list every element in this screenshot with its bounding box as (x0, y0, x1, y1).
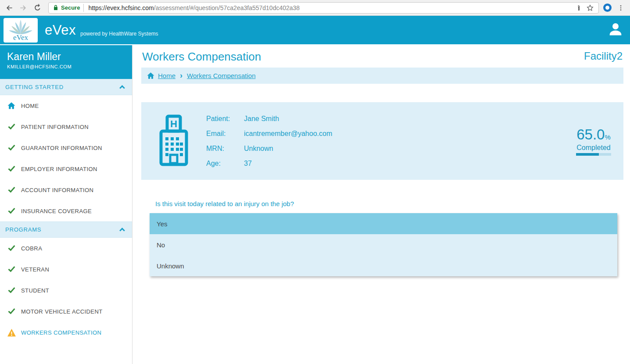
sidebar-item-insurance-coverage[interactable]: INSURANCE COVERAGE (0, 200, 132, 221)
patient-name-value: Jane Smith (244, 115, 332, 123)
sidebar-item-workers-compensation[interactable]: WORKERS COMPENSATION (0, 322, 132, 343)
refresh-icon[interactable] (32, 3, 42, 13)
user-block: Karen Miller KMILLER@HCFSINC.COM (0, 45, 132, 79)
evex-logo: eVex (4, 18, 38, 43)
option-yes[interactable]: Yes (150, 213, 617, 234)
forward-icon[interactable] (18, 3, 28, 13)
bookmark-star-icon[interactable] (586, 4, 594, 12)
check-icon (7, 143, 16, 153)
check-icon (7, 307, 16, 316)
percent-sign: % (605, 133, 610, 141)
sidebar-item-guarantor-information[interactable]: GUARANTOR INFORMATION (0, 137, 132, 158)
sidebar-item-student[interactable]: STUDENT (0, 280, 132, 301)
app-header: eVex eVex powered by HealthWare Systems (0, 16, 630, 45)
field-label: Age: (206, 160, 244, 168)
patient-email-value: icantremember@yahoo.com (244, 130, 332, 138)
progress-bar (576, 153, 611, 156)
chevron-right-icon (179, 71, 184, 80)
progress-label: Completed (576, 144, 611, 152)
check-icon (7, 243, 16, 253)
home-icon (7, 101, 16, 111)
patient-fields: Patient: Jane Smith Email: icantremember… (206, 115, 332, 168)
check-icon (7, 264, 16, 274)
check-icon (7, 285, 16, 295)
check-icon (7, 185, 16, 195)
sidebar-item-label: GUARANTOR INFORMATION (21, 145, 102, 151)
sidebar-item-label: STUDENT (21, 287, 49, 294)
progress-percent: 65.0 (576, 126, 605, 143)
app-name: eVex (45, 22, 76, 38)
breadcrumb: Home Workers Compensation (141, 68, 623, 84)
facility-label: Facility2 (584, 50, 623, 62)
sidebar-item-label: COBRA (21, 245, 42, 252)
secure-label: Secure (61, 4, 80, 11)
sidebar-item-motor-vehicle-accident[interactable]: MOTOR VEHICLE ACCIDENT (0, 301, 132, 322)
check-icon (7, 164, 16, 174)
field-label: Patient: (206, 115, 244, 123)
sidebar-item-label: VETERAN (21, 266, 49, 273)
back-icon[interactable] (4, 3, 14, 13)
address-bar[interactable]: Secure https://evex.hcfsinc.com/assessme… (48, 2, 599, 14)
answer-options: Yes No Unknown (150, 213, 617, 276)
question-text: Is this visit today related to an injury… (155, 200, 623, 207)
sidebar-item-label: PATIENT INFORMATION (21, 124, 89, 130)
browser-menu-icon[interactable] (616, 3, 626, 13)
sidebar-item-employer-information[interactable]: EMPLOYER INFORMATION (0, 158, 132, 179)
section-label: PROGRAMS (5, 226, 41, 233)
sidebar-item-veteran[interactable]: VETERAN (0, 259, 132, 280)
completion-progress: 65.0% Completed (576, 126, 611, 156)
chevron-up-icon (119, 85, 125, 91)
option-no[interactable]: No (150, 234, 617, 255)
lock-icon (53, 4, 58, 11)
user-account-icon[interactable] (607, 21, 624, 39)
field-label: Email: (206, 130, 244, 138)
sidebar-item-label: WORKERS COMPENSATION (21, 329, 101, 336)
user-email: KMILLER@HCFSINC.COM (7, 64, 125, 69)
chevron-up-icon (119, 228, 125, 233)
sidebar-item-label: MOTOR VEHICLE ACCIDENT (21, 308, 103, 315)
sidebar-item-label: INSURANCE COVERAGE (21, 208, 92, 214)
sidebar-item-patient-information[interactable]: PATIENT INFORMATION (0, 116, 132, 137)
logo-text: eVex (13, 33, 28, 41)
breadcrumb-link-workers-compensation[interactable]: Workers Compensation (187, 72, 255, 79)
patient-age-value: 37 (244, 160, 332, 168)
warning-icon (7, 328, 16, 337)
sidebar-item-home[interactable]: HOME (0, 95, 132, 116)
password-key-icon[interactable] (575, 4, 582, 11)
section-programs[interactable]: PROGRAMS (0, 221, 132, 238)
home-icon (147, 71, 155, 80)
option-unknown[interactable]: Unknown (150, 255, 617, 276)
sidebar-item-cobra[interactable]: COBRA (0, 238, 132, 259)
check-icon (7, 206, 16, 216)
patient-summary-card: H Patient: Jane Smith Email: icantrememb… (141, 102, 623, 180)
check-icon (7, 122, 16, 132)
url-divider (83, 4, 84, 12)
field-label: MRN: (206, 145, 244, 153)
url-host: https://evex.hcfsinc.com (88, 4, 154, 11)
user-name: Karen Miller (7, 51, 125, 63)
url-path: /assessment/#/question/57ca2ea3fa557d10d… (154, 4, 300, 11)
svg-text:H: H (170, 118, 177, 129)
sidebar-item-label: ACCOUNT INFORMATION (21, 187, 93, 193)
hospital-icon: H (158, 114, 189, 168)
sidebar-item-label: EMPLOYER INFORMATION (21, 166, 97, 172)
progress-bar-fill (576, 153, 599, 156)
section-getting-started[interactable]: GETTING STARTED (0, 79, 132, 95)
page-title: Workers Compensation (142, 50, 261, 64)
powered-by-label: powered by HealthWare Systems (80, 31, 158, 37)
patient-mrn-value: Unknown (244, 145, 332, 153)
browser-extension-icon[interactable] (603, 4, 612, 12)
sidebar: Karen Miller KMILLER@HCFSINC.COM GETTING… (0, 45, 132, 364)
section-label: GETTING STARTED (5, 84, 64, 90)
sidebar-item-account-information[interactable]: ACCOUNT INFORMATION (0, 179, 132, 200)
breadcrumb-link-home[interactable]: Home (158, 72, 175, 79)
main-content: Workers Compensation Facility2 Home Work… (132, 45, 630, 364)
sidebar-item-label: HOME (21, 103, 39, 109)
browser-toolbar: Secure https://evex.hcfsinc.com/assessme… (0, 0, 630, 16)
